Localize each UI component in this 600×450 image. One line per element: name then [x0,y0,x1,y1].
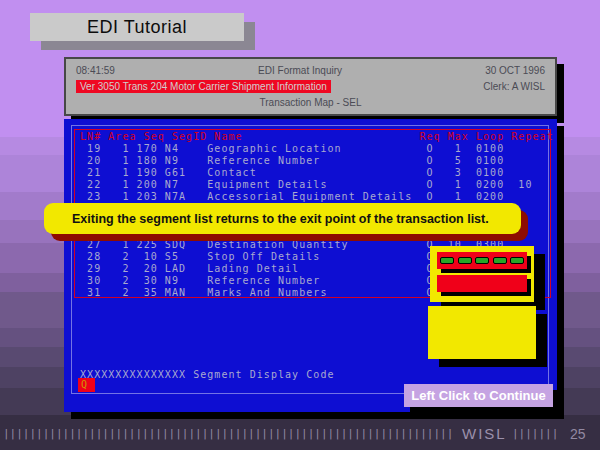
command-input-value: Q [81,379,87,390]
tutorial-title: EDI Tutorial [87,17,187,38]
version-banner: Ver 3050 Trans 204 Motor Carrier Shipmen… [76,80,331,93]
clerk-label: Clerk: A WISL [483,80,545,93]
date-label: 30 OCT 1996 [485,64,545,77]
transaction-map-label: Transaction Map - SEL [260,96,362,109]
key-row-icon [437,252,527,269]
footer-ticks-right: ||||||| [512,427,558,441]
continue-button-label: Left Click to Continue [411,388,545,403]
key-indicator-icon [510,257,524,264]
segment-table-header: LN# Area Seq SegID Name Req Max Loop Rep… [80,131,554,143]
key-indicator-icon [440,257,454,264]
key-bar-icon [437,275,527,292]
continue-button[interactable]: Left Click to Continue [404,384,553,407]
hint-tooltip-text: Exiting the segment list returns to the … [72,212,489,226]
command-input[interactable]: Q [78,378,95,392]
function-keys-graphic [430,246,534,302]
blank-panel-graphic [428,306,536,359]
footer-ticks-left: ||||||||||||||||||||||||||||||||||||||||… [3,427,453,441]
key-indicator-icon [458,257,472,264]
key-indicator-icon [493,257,507,264]
clock: 08:41:59 [76,64,115,77]
terminal-header-panel: 08:41:59 EDI Format Inquiry 30 OCT 1996 … [64,57,557,116]
key-indicator-icon [475,257,489,264]
screen-title: EDI Format Inquiry [115,64,485,77]
tutorial-title-bar: EDI Tutorial [30,13,244,41]
tutorial-screen: EDI Tutorial 08:41:59 EDI Format Inquiry… [0,0,600,450]
display-code-line: XXXXXXXXXXXXXXX Segment Display Code [80,369,335,381]
page-number: 25 [570,426,586,442]
wisl-logo: WISL [462,425,507,442]
hint-tooltip: Exiting the segment list returns to the … [44,203,521,234]
